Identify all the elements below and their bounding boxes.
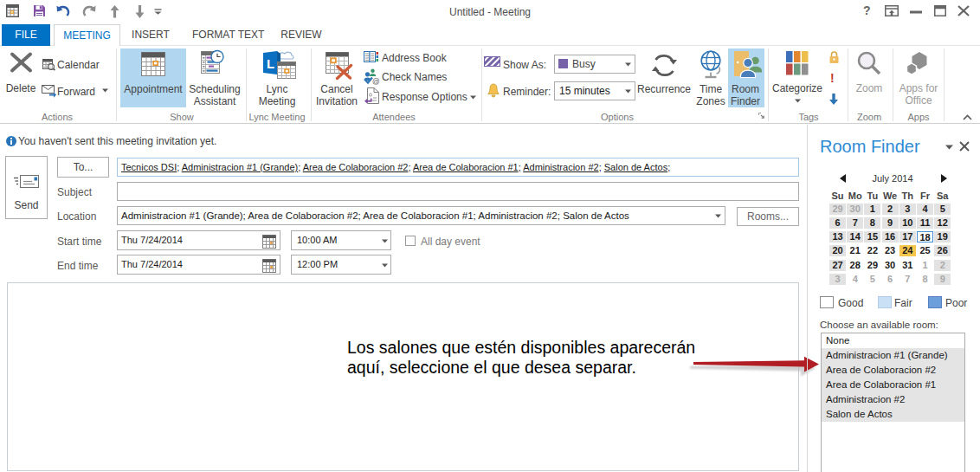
- svg-text:L: L: [267, 56, 274, 71]
- svg-text:@: @: [372, 77, 380, 86]
